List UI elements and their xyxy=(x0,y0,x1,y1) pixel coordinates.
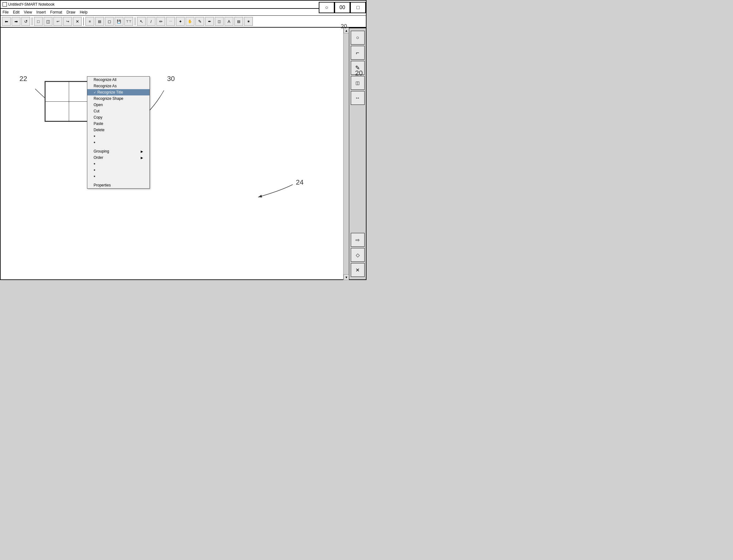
scroll-track[interactable] xyxy=(343,33,349,274)
ctx-order[interactable]: Order ▶ xyxy=(87,154,149,161)
tb-pen2[interactable]: ✒ xyxy=(205,17,214,26)
menu-file[interactable]: File xyxy=(3,10,8,14)
ctx-recognize-title-label: Recognize Title xyxy=(97,90,143,94)
maximize-button[interactable]: 00 xyxy=(334,2,350,13)
tb-plugin[interactable]: ✶ xyxy=(244,17,253,26)
toolbar: ⬅ ➡ ↺ □ ◫ ↩ ↪ ✕ ≡ ▤ ◻ 💾 ⊤⊤ ↖ / ✏ ⋯ ✦ ✋ ✎… xyxy=(0,16,366,28)
tb-refresh[interactable]: ↺ xyxy=(21,17,30,26)
menu-format[interactable]: Format xyxy=(50,10,62,14)
sb-close[interactable]: ✕ xyxy=(351,263,364,277)
ctx-sep2 xyxy=(87,180,149,182)
annotation-svg xyxy=(1,28,343,279)
ctx-open[interactable]: Open xyxy=(87,102,149,108)
canvas-scrollbar: ▲ ▼ xyxy=(343,28,349,280)
ctx-recognize-as[interactable]: Recognize As xyxy=(87,83,149,89)
menu-draw[interactable]: Draw xyxy=(67,10,75,14)
sb-bottom: ⇨ ◇ ✕ xyxy=(351,233,364,278)
ctx-delete[interactable]: Delete xyxy=(87,127,149,133)
ctx-recognize-as-label: Recognize As xyxy=(94,84,116,88)
table-cell-r0c0 xyxy=(46,82,69,102)
ctx-delete-label: Delete xyxy=(94,128,105,132)
menu-help[interactable]: Help xyxy=(80,10,88,14)
ctx-grouping-arrow: ▶ xyxy=(141,150,143,153)
tb-undo[interactable]: ↩ xyxy=(53,17,62,26)
title-bar: UntitledY-SMART Notebook ○ 00 □ xyxy=(0,0,366,9)
sb-arrow[interactable]: ⇨ xyxy=(351,233,364,247)
ctx-bullet5: • xyxy=(87,173,149,180)
annotation-20-body: 20 xyxy=(355,69,363,77)
tb-sep1 xyxy=(32,17,32,25)
ctx-bullet2: • xyxy=(87,139,149,146)
tb-tt[interactable]: ⊤⊤ xyxy=(124,17,133,26)
ctx-grouping-label: Grouping xyxy=(94,149,109,153)
ctx-copy-label: Copy xyxy=(94,115,102,120)
context-menu: Recognize All Recognize As ✓ Recognize T… xyxy=(87,76,150,189)
menu-bar: File Edit View Insert Format Draw Help xyxy=(0,9,366,16)
ctx-bullet4: • xyxy=(87,167,149,173)
ctx-order-label: Order xyxy=(94,155,103,160)
ctx-recognize-title-check: ✓ xyxy=(94,91,96,94)
scroll-down[interactable]: ▼ xyxy=(343,274,349,280)
sb-oval[interactable]: ○ xyxy=(351,31,364,45)
ctx-bullet3: • xyxy=(87,161,149,167)
ctx-copy[interactable]: Copy xyxy=(87,114,149,121)
sb-rect[interactable]: ⌐ xyxy=(351,46,364,60)
tb-select[interactable]: ↖ xyxy=(137,17,146,26)
ctx-recognize-all[interactable]: Recognize All xyxy=(87,77,149,83)
ctx-properties-label: Properties xyxy=(94,183,111,187)
sb-eraser[interactable]: ◫ xyxy=(351,76,364,90)
tb-grid[interactable]: ▤ xyxy=(234,17,243,26)
ctx-order-arrow: ▶ xyxy=(141,156,143,159)
ctx-grouping[interactable]: Grouping ▶ xyxy=(87,148,149,154)
ctx-recognize-shape-label: Recognize Shape xyxy=(94,96,123,101)
ctx-paste[interactable]: Paste xyxy=(87,121,149,127)
tb-eraser[interactable]: ◫ xyxy=(215,17,224,26)
tb-text[interactable]: A xyxy=(224,17,233,26)
tb-lines[interactable]: ≡ xyxy=(85,17,94,26)
tb-print[interactable]: ▤ xyxy=(95,17,104,26)
menu-edit[interactable]: Edit xyxy=(13,10,19,14)
tb-star[interactable]: ✦ xyxy=(176,17,185,26)
right-sidebar: 20 ○ ⌐ ✎ ◫ ↔ ⇨ ◇ ✕ xyxy=(349,28,366,280)
title-text: UntitledY-SMART Notebook xyxy=(8,2,55,7)
tb-box[interactable]: ◻ xyxy=(105,17,114,26)
menu-insert[interactable]: Insert xyxy=(36,10,46,14)
annotation-20: 20 xyxy=(341,23,347,30)
tb-sep3 xyxy=(135,17,135,25)
close-button[interactable]: □ xyxy=(350,2,366,13)
sb-diamond[interactable]: ◇ xyxy=(351,248,364,262)
tb-redo[interactable]: ↪ xyxy=(63,17,72,26)
menu-view[interactable]: View xyxy=(24,10,32,14)
ctx-recognize-all-label: Recognize All xyxy=(94,78,116,82)
tb-hand[interactable]: ✋ xyxy=(186,17,194,26)
tb-new[interactable]: □ xyxy=(34,17,43,26)
ctx-paste-label: Paste xyxy=(94,121,103,126)
window-controls: ○ 00 □ xyxy=(319,2,366,13)
ctx-cut-label: Cut xyxy=(94,109,100,113)
tb-dots[interactable]: ⋯ xyxy=(166,17,175,26)
sb-resize[interactable]: ↔ xyxy=(351,91,364,105)
tb-save[interactable]: 💾 xyxy=(115,17,123,26)
ctx-cut[interactable]: Cut xyxy=(87,108,149,114)
ctx-open-label: Open xyxy=(94,103,103,107)
title-checkbox xyxy=(3,2,7,7)
tb-back[interactable]: ⬅ xyxy=(2,17,11,26)
ctx-recognize-title[interactable]: ✓ Recognize Title xyxy=(87,89,149,95)
canvas-wrapper: 22 30 24 xyxy=(0,28,349,280)
tb-pencil[interactable]: ✏ xyxy=(156,17,165,26)
table-cell-r1c0 xyxy=(46,101,69,121)
canvas-area[interactable]: 22 30 24 xyxy=(0,28,343,280)
tb-line[interactable]: / xyxy=(147,17,155,26)
ctx-properties[interactable]: Properties xyxy=(87,182,149,188)
ctx-recognize-shape[interactable]: Recognize Shape xyxy=(87,95,149,102)
tb-forward[interactable]: ➡ xyxy=(12,17,20,26)
main-area: 22 30 24 xyxy=(0,28,366,280)
ctx-sep1 xyxy=(87,146,149,148)
annotation-24: 24 xyxy=(296,178,303,186)
annotation-22: 22 xyxy=(19,75,27,83)
tb-open[interactable]: ◫ xyxy=(44,17,52,26)
minimize-button[interactable]: ○ xyxy=(319,2,334,13)
tb-delete[interactable]: ✕ xyxy=(73,17,82,26)
tb-sep2 xyxy=(83,17,84,25)
tb-pen[interactable]: ✎ xyxy=(195,17,204,26)
